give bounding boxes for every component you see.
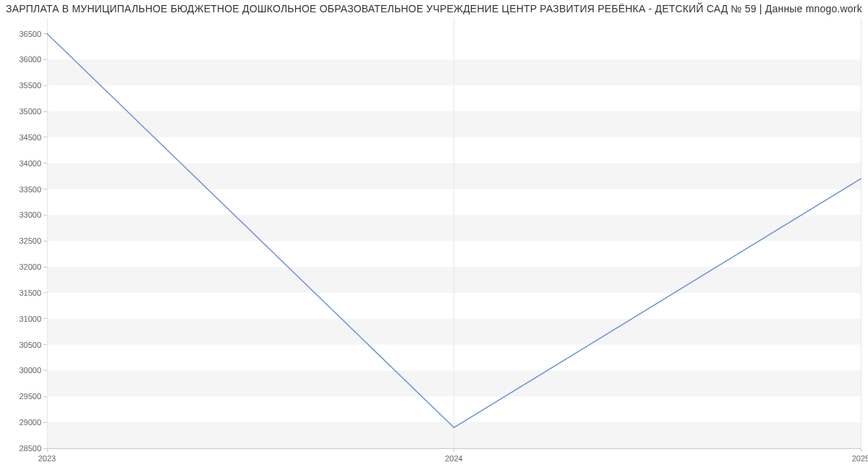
y-tick-label: 34000 [19,159,41,168]
y-tick-label: 29500 [19,392,41,401]
y-tick-label: 35500 [19,81,41,90]
y-tick-label: 31500 [19,289,41,297]
y-tick-label: 33000 [19,210,41,219]
chart-svg: 2850029000295003000030500310003150032000… [0,0,868,470]
y-tick-label: 30000 [19,366,41,375]
chart-container: ЗАРПЛАТА В МУНИЦИПАЛЬНОЕ БЮДЖЕТНОЕ ДОШКО… [0,0,868,470]
x-tick-label: 2025 [852,454,868,463]
y-tick-label: 34500 [19,133,41,142]
y-tick-label: 28500 [19,444,41,453]
y-tick-label: 36000 [19,55,41,64]
y-tick-label: 36500 [19,30,41,38]
y-tick-label: 32500 [19,236,41,245]
y-tick-label: 31000 [19,315,41,323]
x-tick-label: 2024 [445,454,462,463]
x-tick-label: 2023 [38,454,56,463]
y-tick-label: 33500 [19,185,41,194]
y-tick-label: 35000 [19,107,41,116]
y-tick-label: 32000 [19,262,41,271]
y-tick-label: 30500 [19,341,41,349]
y-tick-label: 29000 [19,418,41,427]
